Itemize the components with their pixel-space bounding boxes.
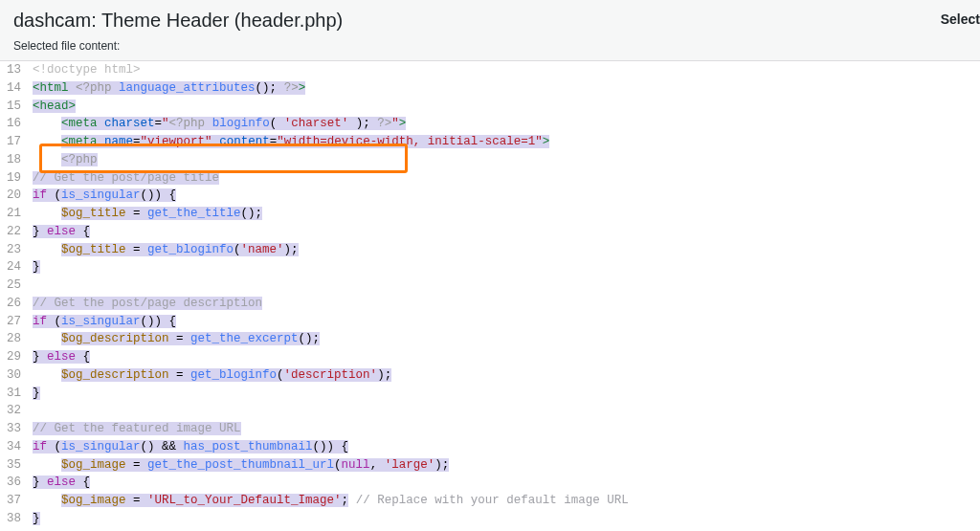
code-line[interactable]: 29} else {: [0, 348, 980, 366]
code-line[interactable]: 28 $og_description = get_the_excerpt();: [0, 330, 980, 348]
code-content[interactable]: }: [27, 385, 980, 403]
code-content[interactable]: if (is_singular() && has_post_thumbnail(…: [27, 438, 980, 456]
code-content[interactable]: <html <?php language_attributes(); ?>>: [27, 79, 980, 98]
code-content[interactable]: if (is_singular()) {: [27, 313, 980, 331]
code-content[interactable]: // Get the post/page title: [27, 169, 980, 188]
code-line[interactable]: 23 $og_title = get_bloginfo('name');: [0, 241, 980, 259]
line-number: 32: [0, 402, 27, 420]
code-content[interactable]: } else {: [27, 223, 980, 241]
code-line[interactable]: 35 $og_image = get_the_post_thumbnail_ur…: [0, 456, 980, 475]
code-line[interactable]: 17 <meta name="viewport" content="width=…: [0, 133, 980, 151]
code-line[interactable]: 25: [0, 277, 980, 295]
line-number: 19: [0, 169, 27, 188]
page-title: dashcam: Theme Header (header.php): [13, 10, 967, 32]
code-line[interactable]: 18 <?php: [0, 151, 980, 169]
line-number: 14: [0, 79, 27, 98]
line-number: 28: [0, 330, 27, 348]
code-content[interactable]: // Get the post/page description: [27, 295, 980, 313]
code-line[interactable]: 30 $og_description = get_bloginfo('descr…: [0, 366, 980, 385]
line-number: 37: [0, 492, 27, 510]
code-line[interactable]: 33// Get the featured image URL: [0, 420, 980, 438]
line-number: 34: [0, 438, 27, 456]
subtitle-label: Selected file content:: [13, 39, 967, 53]
code-content[interactable]: $og_image = 'URL_to_Your_Default_Image';…: [27, 492, 980, 510]
code-content[interactable]: $og_title = get_bloginfo('name');: [27, 241, 980, 259]
line-number: 17: [0, 133, 27, 151]
select-button[interactable]: Select: [941, 11, 980, 27]
code-content[interactable]: }: [27, 258, 980, 277]
code-line[interactable]: 14<html <?php language_attributes(); ?>>: [0, 79, 980, 98]
line-number: 22: [0, 223, 27, 241]
line-number: 26: [0, 295, 27, 313]
code-line[interactable]: 13<!doctype html>: [0, 61, 980, 79]
line-number: 23: [0, 241, 27, 259]
code-content[interactable]: $og_title = get_the_title();: [27, 205, 980, 223]
code-line[interactable]: 16 <meta charset="<?php bloginfo( 'chars…: [0, 115, 980, 133]
line-number: 38: [0, 510, 27, 528]
code-content[interactable]: <head>: [27, 98, 980, 116]
line-number: 27: [0, 313, 27, 331]
editor-header: dashcam: Theme Header (header.php) Selec…: [0, 0, 980, 61]
code-line[interactable]: 31}: [0, 385, 980, 403]
line-number: 24: [0, 258, 27, 277]
code-content[interactable]: [27, 277, 980, 295]
code-content[interactable]: $og_description = get_bloginfo('descript…: [27, 366, 980, 385]
line-number: 36: [0, 474, 27, 492]
code-line[interactable]: 21 $og_title = get_the_title();: [0, 205, 980, 223]
code-line[interactable]: 34if (is_singular() && has_post_thumbnai…: [0, 438, 980, 456]
line-number: 13: [0, 61, 27, 79]
code-line[interactable]: 39: [0, 528, 980, 532]
line-number: 25: [0, 277, 27, 295]
code-line[interactable]: 22} else {: [0, 223, 980, 241]
code-line[interactable]: 38}: [0, 510, 980, 528]
line-number: 15: [0, 98, 27, 116]
code-content[interactable]: }: [27, 510, 980, 528]
line-number: 18: [0, 151, 27, 169]
code-content[interactable]: } else {: [27, 474, 980, 492]
code-content[interactable]: // Get the featured image URL: [27, 420, 980, 438]
line-number: 33: [0, 420, 27, 438]
line-number: 31: [0, 385, 27, 403]
code-line[interactable]: 20if (is_singular()) {: [0, 187, 980, 205]
code-content[interactable]: [27, 402, 980, 420]
code-editor[interactable]: 13<!doctype html>14<html <?php language_…: [0, 61, 980, 531]
code-editor-wrap: 13<!doctype html>14<html <?php language_…: [0, 61, 980, 531]
code-content[interactable]: $og_description = get_the_excerpt();: [27, 330, 980, 348]
code-line[interactable]: 24}: [0, 258, 980, 277]
code-content[interactable]: if (is_singular()) {: [27, 187, 980, 205]
code-line[interactable]: 15<head>: [0, 98, 980, 116]
code-line[interactable]: 37 $og_image = 'URL_to_Your_Default_Imag…: [0, 492, 980, 510]
line-number: 39: [0, 528, 27, 532]
code-content[interactable]: <meta name="viewport" content="width=dev…: [27, 133, 980, 151]
code-content[interactable]: <meta charset="<?php bloginfo( 'charset'…: [27, 115, 980, 133]
code-line[interactable]: 19// Get the post/page title: [0, 169, 980, 188]
line-number: 16: [0, 115, 27, 133]
code-line[interactable]: 32: [0, 402, 980, 420]
code-content[interactable]: <?php: [27, 151, 980, 169]
line-number: 29: [0, 348, 27, 366]
line-number: 21: [0, 205, 27, 223]
line-number: 30: [0, 366, 27, 385]
line-number: 20: [0, 187, 27, 205]
code-line[interactable]: 26// Get the post/page description: [0, 295, 980, 313]
code-line[interactable]: 27if (is_singular()) {: [0, 313, 980, 331]
code-content[interactable]: <!doctype html>: [27, 61, 980, 79]
code-line[interactable]: 36} else {: [0, 474, 980, 492]
code-content[interactable]: $og_image = get_the_post_thumbnail_url(n…: [27, 456, 980, 475]
code-content[interactable]: } else {: [27, 348, 980, 366]
line-number: 35: [0, 456, 27, 475]
code-content[interactable]: [27, 528, 980, 532]
